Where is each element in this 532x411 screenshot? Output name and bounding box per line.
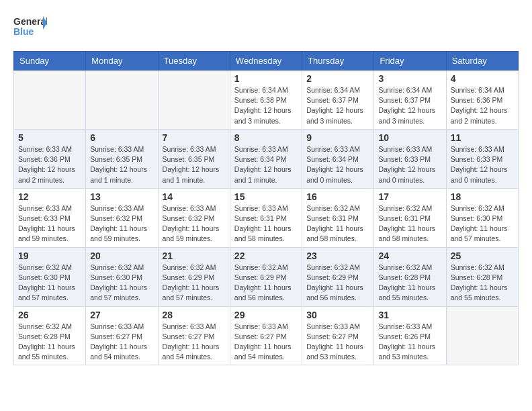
weekday-header-thursday: Thursday [302, 52, 374, 71]
day-number: 18 [451, 191, 514, 202]
day-info: Sunrise: 6:32 AMSunset: 6:28 PMDaylight:… [378, 263, 441, 304]
day-info: Sunrise: 6:33 AMSunset: 6:35 PMDaylight:… [163, 144, 226, 185]
day-info: Sunrise: 6:32 AMSunset: 6:30 PMDaylight:… [90, 263, 153, 304]
day-number: 28 [163, 310, 226, 320]
calendar-cell: 15Sunrise: 6:33 AMSunset: 6:31 PMDayligh… [230, 188, 302, 247]
weekday-header-saturday: Saturday [446, 52, 518, 71]
calendar-cell: 2Sunrise: 6:34 AMSunset: 6:37 PMDaylight… [302, 71, 374, 130]
logo-icon: General Blue [13, 13, 47, 40]
day-info: Sunrise: 6:33 AMSunset: 6:32 PMDaylight:… [163, 203, 226, 244]
day-number: 30 [306, 310, 369, 320]
calendar-cell: 6Sunrise: 6:33 AMSunset: 6:35 PMDaylight… [86, 129, 158, 188]
calendar-cell: 10Sunrise: 6:33 AMSunset: 6:33 PMDayligh… [374, 129, 446, 188]
day-number: 11 [451, 132, 514, 143]
calendar-cell: 13Sunrise: 6:33 AMSunset: 6:32 PMDayligh… [86, 188, 158, 247]
day-number: 25 [451, 250, 514, 261]
day-number: 1 [234, 73, 298, 84]
header: General Blue [13, 13, 519, 40]
calendar-cell: 25Sunrise: 6:32 AMSunset: 6:28 PMDayligh… [446, 247, 518, 306]
calendar-cell: 26Sunrise: 6:32 AMSunset: 6:28 PMDayligh… [14, 306, 86, 365]
day-number: 2 [306, 73, 369, 84]
calendar-cell: 9Sunrise: 6:33 AMSunset: 6:34 PMDaylight… [302, 129, 374, 188]
calendar-cell: 18Sunrise: 6:32 AMSunset: 6:30 PMDayligh… [446, 188, 518, 247]
day-number: 24 [378, 250, 441, 261]
week-row-3: 12Sunrise: 6:33 AMSunset: 6:33 PMDayligh… [14, 188, 519, 247]
day-number: 19 [18, 250, 81, 261]
weekday-header-monday: Monday [86, 52, 158, 71]
day-info: Sunrise: 6:33 AMSunset: 6:26 PMDaylight:… [378, 322, 441, 363]
day-info: Sunrise: 6:33 AMSunset: 6:33 PMDaylight:… [378, 144, 441, 185]
day-number: 10 [378, 132, 441, 143]
calendar-cell: 8Sunrise: 6:33 AMSunset: 6:34 PMDaylight… [230, 129, 302, 188]
calendar-cell: 7Sunrise: 6:33 AMSunset: 6:35 PMDaylight… [158, 129, 230, 188]
day-number: 17 [378, 191, 441, 202]
calendar-cell [14, 71, 86, 130]
day-info: Sunrise: 6:32 AMSunset: 6:31 PMDaylight:… [306, 203, 369, 244]
calendar-cell: 16Sunrise: 6:32 AMSunset: 6:31 PMDayligh… [302, 188, 374, 247]
day-info: Sunrise: 6:32 AMSunset: 6:28 PMDaylight:… [18, 322, 81, 363]
calendar-cell: 19Sunrise: 6:32 AMSunset: 6:30 PMDayligh… [14, 247, 86, 306]
calendar-cell: 1Sunrise: 6:34 AMSunset: 6:38 PMDaylight… [230, 71, 302, 130]
calendar-cell: 5Sunrise: 6:33 AMSunset: 6:36 PMDaylight… [14, 129, 86, 188]
day-info: Sunrise: 6:34 AMSunset: 6:37 PMDaylight:… [378, 85, 441, 126]
day-number: 12 [18, 191, 81, 202]
day-number: 4 [451, 73, 514, 84]
calendar-cell [446, 306, 518, 365]
day-info: Sunrise: 6:34 AMSunset: 6:36 PMDaylight:… [451, 85, 514, 126]
calendar-cell: 27Sunrise: 6:33 AMSunset: 6:27 PMDayligh… [86, 306, 158, 365]
calendar-cell [86, 71, 158, 130]
day-info: Sunrise: 6:33 AMSunset: 6:27 PMDaylight:… [90, 322, 153, 363]
day-info: Sunrise: 6:33 AMSunset: 6:32 PMDaylight:… [90, 203, 153, 244]
day-info: Sunrise: 6:32 AMSunset: 6:30 PMDaylight:… [451, 203, 514, 244]
day-number: 3 [378, 73, 441, 84]
day-number: 9 [306, 132, 369, 143]
day-number: 5 [18, 132, 81, 143]
logo: General Blue [13, 13, 47, 40]
day-number: 6 [90, 132, 153, 143]
calendar-cell: 30Sunrise: 6:33 AMSunset: 6:27 PMDayligh… [302, 306, 374, 365]
weekday-header-friday: Friday [374, 52, 446, 71]
day-info: Sunrise: 6:33 AMSunset: 6:27 PMDaylight:… [163, 322, 226, 363]
day-info: Sunrise: 6:32 AMSunset: 6:31 PMDaylight:… [378, 203, 441, 244]
week-row-1: 1Sunrise: 6:34 AMSunset: 6:38 PMDaylight… [14, 71, 519, 130]
week-row-2: 5Sunrise: 6:33 AMSunset: 6:36 PMDaylight… [14, 129, 519, 188]
calendar-cell: 22Sunrise: 6:32 AMSunset: 6:29 PMDayligh… [230, 247, 302, 306]
day-info: Sunrise: 6:33 AMSunset: 6:34 PMDaylight:… [306, 144, 369, 185]
day-info: Sunrise: 6:33 AMSunset: 6:33 PMDaylight:… [18, 203, 81, 244]
week-row-5: 26Sunrise: 6:32 AMSunset: 6:28 PMDayligh… [14, 306, 519, 365]
calendar-cell: 31Sunrise: 6:33 AMSunset: 6:26 PMDayligh… [374, 306, 446, 365]
calendar-cell: 23Sunrise: 6:32 AMSunset: 6:29 PMDayligh… [302, 247, 374, 306]
calendar-cell: 11Sunrise: 6:33 AMSunset: 6:33 PMDayligh… [446, 129, 518, 188]
calendar-cell: 29Sunrise: 6:33 AMSunset: 6:27 PMDayligh… [230, 306, 302, 365]
calendar-cell: 21Sunrise: 6:32 AMSunset: 6:29 PMDayligh… [158, 247, 230, 306]
day-info: Sunrise: 6:34 AMSunset: 6:37 PMDaylight:… [306, 85, 369, 126]
day-info: Sunrise: 6:34 AMSunset: 6:38 PMDaylight:… [234, 85, 298, 126]
day-info: Sunrise: 6:33 AMSunset: 6:27 PMDaylight:… [306, 322, 369, 363]
day-info: Sunrise: 6:32 AMSunset: 6:28 PMDaylight:… [451, 263, 514, 304]
calendar-cell: 4Sunrise: 6:34 AMSunset: 6:36 PMDaylight… [446, 71, 518, 130]
weekday-header-tuesday: Tuesday [158, 52, 230, 71]
day-info: Sunrise: 6:33 AMSunset: 6:27 PMDaylight:… [234, 322, 298, 363]
day-info: Sunrise: 6:33 AMSunset: 6:33 PMDaylight:… [451, 144, 514, 185]
day-info: Sunrise: 6:32 AMSunset: 6:29 PMDaylight:… [306, 263, 369, 304]
day-number: 20 [90, 250, 153, 261]
day-number: 7 [163, 132, 226, 143]
calendar-cell: 20Sunrise: 6:32 AMSunset: 6:30 PMDayligh… [86, 247, 158, 306]
day-number: 8 [234, 132, 298, 143]
weekday-header-sunday: Sunday [14, 52, 86, 71]
day-info: Sunrise: 6:33 AMSunset: 6:31 PMDaylight:… [234, 203, 298, 244]
day-number: 26 [18, 310, 81, 320]
day-number: 13 [90, 191, 153, 202]
svg-text:Blue: Blue [13, 26, 34, 37]
calendar-cell [158, 71, 230, 130]
day-number: 31 [378, 310, 441, 320]
svg-text:General: General [13, 16, 47, 27]
weekday-header-row: SundayMondayTuesdayWednesdayThursdayFrid… [14, 52, 519, 71]
day-number: 21 [163, 250, 226, 261]
calendar-cell: 3Sunrise: 6:34 AMSunset: 6:37 PMDaylight… [374, 71, 446, 130]
day-info: Sunrise: 6:33 AMSunset: 6:34 PMDaylight:… [234, 144, 298, 185]
day-number: 27 [90, 310, 153, 320]
calendar-cell: 28Sunrise: 6:33 AMSunset: 6:27 PMDayligh… [158, 306, 230, 365]
calendar: SundayMondayTuesdayWednesdayThursdayFrid… [13, 51, 519, 365]
day-info: Sunrise: 6:33 AMSunset: 6:35 PMDaylight:… [90, 144, 153, 185]
